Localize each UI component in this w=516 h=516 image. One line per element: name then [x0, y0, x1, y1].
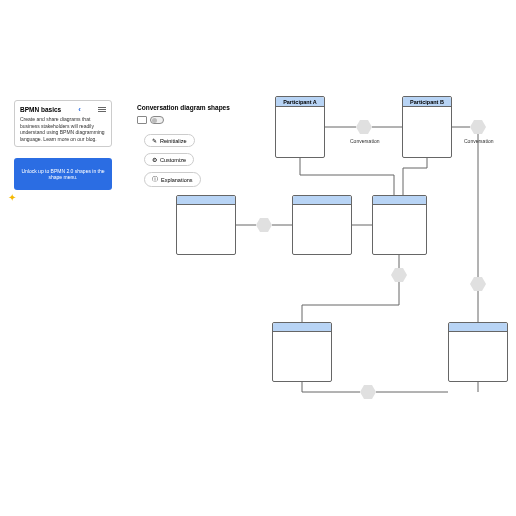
node-3[interactable]	[372, 195, 427, 255]
settings-icon: ⚙	[152, 156, 157, 163]
hex-bottom[interactable]	[360, 385, 376, 399]
wand-icon: ✎	[152, 137, 157, 144]
conv-label-1: Conversation	[350, 138, 379, 144]
node-4[interactable]	[272, 322, 332, 382]
reinitialize-button[interactable]: ✎ Reinitialize	[144, 134, 195, 147]
hex-mid-2[interactable]	[391, 268, 407, 282]
node-1[interactable]	[176, 195, 236, 255]
info-body: Create and share diagrams that business …	[20, 116, 106, 142]
participant-b[interactable]: Participant B	[402, 96, 452, 158]
participant-a[interactable]: Participant A	[275, 96, 325, 158]
conv-label-2: Conversation	[464, 138, 493, 144]
participant-a-header: Participant A	[276, 97, 324, 107]
participant-b-header: Participant B	[403, 97, 451, 107]
shape-toggle[interactable]	[137, 116, 164, 124]
conversation-hex-1[interactable]	[356, 120, 372, 134]
hex-mid-1[interactable]	[256, 218, 272, 232]
hamburger-icon[interactable]	[98, 107, 106, 112]
info-title: BPMN basics	[20, 106, 61, 113]
conversation-hex-2[interactable]	[470, 120, 486, 134]
hex-mid-3[interactable]	[470, 277, 486, 291]
info-icon: ⓘ	[152, 175, 158, 184]
explanations-button[interactable]: ⓘ Explanations	[144, 172, 201, 187]
sparkle-icon: ✦	[8, 192, 16, 203]
chevron-left-icon[interactable]: ‹	[78, 105, 81, 114]
shapes-heading: Conversation diagram shapes	[137, 104, 230, 111]
node-5[interactable]	[448, 322, 508, 382]
promo-text: Unlock up to BPMN 2.0 shapes in the shap…	[20, 168, 106, 181]
pill-toggle-icon	[150, 116, 164, 124]
bpmn-info-card: BPMN basics ‹ Create and share diagrams …	[14, 100, 112, 147]
square-toggle-icon	[137, 116, 147, 124]
customize-button[interactable]: ⚙ Customize	[144, 153, 194, 166]
node-2[interactable]	[292, 195, 352, 255]
promo-card[interactable]: Unlock up to BPMN 2.0 shapes in the shap…	[14, 158, 112, 190]
